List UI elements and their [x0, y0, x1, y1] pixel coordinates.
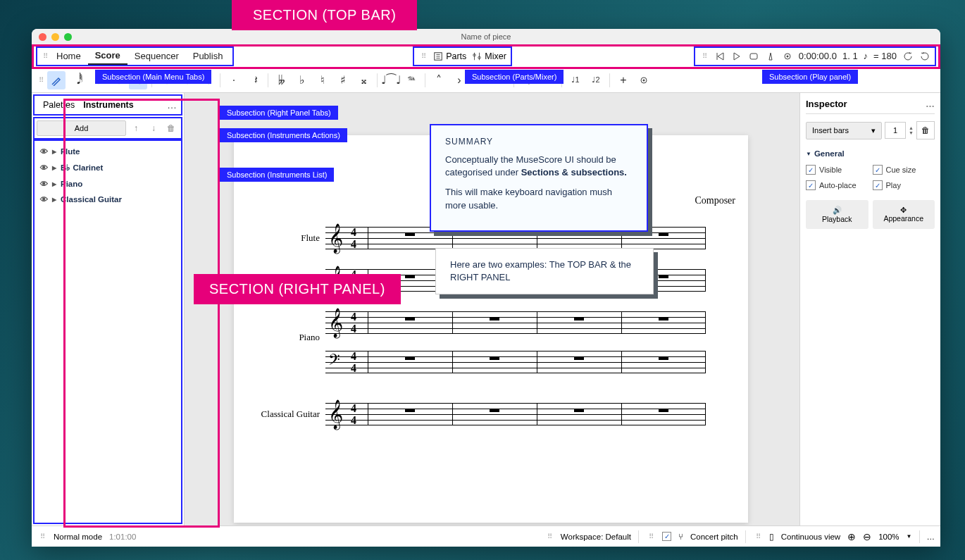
- stepper-up-icon[interactable]: ▲: [909, 125, 914, 130]
- flat-icon[interactable]: ♭: [293, 71, 311, 89]
- dot-icon[interactable]: ·: [225, 71, 243, 89]
- zoom-value[interactable]: 100%: [878, 533, 899, 541]
- delete-bars-icon[interactable]: 🗑: [916, 121, 935, 139]
- move-down-icon[interactable]: ↓: [146, 120, 161, 136]
- svg-point-13: [643, 79, 645, 81]
- tab-score[interactable]: Score: [88, 47, 127, 65]
- metronome-icon[interactable]: [765, 51, 776, 62]
- instruments-list: 👁▶Flute 👁▶B♭ Clarinet 👁▶Piano 👁▶Classica…: [33, 139, 182, 524]
- double-flat-icon[interactable]: 𝄫: [273, 71, 291, 89]
- more-icon[interactable]: …: [927, 533, 935, 541]
- add-button[interactable]: Add: [37, 120, 126, 136]
- tab-publish[interactable]: Publish: [186, 48, 230, 64]
- tab-home[interactable]: Home: [49, 48, 88, 64]
- eye-icon[interactable]: 👁: [40, 147, 48, 156]
- bass-clef-icon: 𝄢: [328, 351, 340, 373]
- play-checkbox[interactable]: ✓Play: [873, 180, 935, 190]
- play-icon[interactable]: [731, 51, 742, 62]
- slur-icon[interactable]: 𝆮: [402, 71, 421, 89]
- stepper-down-icon[interactable]: ▼: [909, 130, 914, 135]
- sub-parts-label: Subsection (Parts/Mixer): [465, 70, 564, 84]
- tab-instruments[interactable]: Instruments: [79, 99, 138, 111]
- double-sharp-icon[interactable]: 𝄪: [354, 71, 373, 89]
- visible-checkbox[interactable]: ✓Visible: [806, 165, 868, 175]
- note-input-icon[interactable]: [47, 71, 66, 89]
- bottom-bar: ⠿ Normal mode 1:01:00 ⠿ Workspace: Defau…: [32, 525, 940, 547]
- eye-icon[interactable]: 👁: [40, 195, 48, 204]
- tie-icon[interactable]: ♩⁀♩: [382, 71, 400, 89]
- drag-handle-icon[interactable]: ⠿: [753, 533, 762, 540]
- tab-sequencer[interactable]: Sequencer: [127, 48, 186, 64]
- drag-handle-icon[interactable]: ⠿: [418, 52, 428, 60]
- drag-handle-icon[interactable]: ⠿: [40, 52, 49, 60]
- top-bar: ⠿ Home Score Sequencer Publish ⠿ Parts M…: [32, 44, 940, 68]
- cue-size-checkbox[interactable]: ✓Cue size: [873, 165, 935, 175]
- settings-icon[interactable]: [782, 51, 793, 62]
- rewind-icon[interactable]: [714, 51, 726, 62]
- more-icon[interactable]: …: [926, 99, 935, 109]
- add-icon[interactable]: +: [614, 71, 633, 89]
- sharp-icon[interactable]: ♯: [334, 71, 352, 89]
- staff-label: Classical Guitar: [261, 409, 320, 420]
- redo-icon[interactable]: [919, 51, 930, 62]
- list-item[interactable]: 👁▶Flute: [35, 144, 181, 159]
- eye-icon[interactable]: 👁: [40, 163, 48, 172]
- expand-icon[interactable]: ▶: [52, 181, 56, 187]
- bar-count-input[interactable]: 1: [885, 122, 906, 139]
- sub-main-label: Subsection (Main Menu Tabs): [95, 70, 211, 84]
- drag-handle-icon[interactable]: ⠿: [699, 52, 709, 60]
- window-title: Name of piece: [461, 32, 511, 41]
- treble-clef-icon: 𝄞: [328, 399, 343, 429]
- zoom-out-icon[interactable]: ⊖: [863, 531, 871, 542]
- list-item[interactable]: 👁▶Piano: [35, 176, 181, 192]
- view-icon: ▯: [769, 532, 774, 542]
- minimize-window-icon[interactable]: [51, 33, 59, 41]
- list-item[interactable]: 👁▶B♭ Clarinet: [35, 159, 181, 176]
- drag-handle-icon[interactable]: ⠿: [36, 76, 45, 84]
- inspector-title: Inspector: [806, 99, 847, 109]
- expand-icon[interactable]: ▶: [52, 197, 56, 203]
- maximize-window-icon[interactable]: [64, 33, 72, 41]
- move-up-icon[interactable]: ↑: [128, 120, 144, 136]
- drag-handle-icon[interactable]: ⠿: [544, 533, 554, 540]
- natural-icon[interactable]: ♮: [313, 71, 332, 89]
- rest-icon[interactable]: 𝄽: [245, 71, 263, 89]
- appearance-button[interactable]: ✥Appearance: [873, 200, 935, 229]
- move-icon: ✥: [876, 206, 933, 214]
- list-item[interactable]: 👁▶Classical Guitar: [35, 192, 181, 207]
- voice-1-icon[interactable]: ♩1: [566, 71, 585, 89]
- concert-pitch-checkbox[interactable]: ✓: [662, 532, 671, 541]
- section-right-panel-label: SECTION (RIGHT PANEL): [194, 274, 401, 304]
- voice-2-icon[interactable]: ♩2: [587, 71, 605, 89]
- expand-icon[interactable]: ▶: [52, 165, 56, 171]
- expand-icon[interactable]: ▶: [52, 149, 56, 155]
- insert-bars-select[interactable]: Insert bars▾: [806, 122, 882, 139]
- sub-list-label: Subsection (Instruments List): [220, 168, 334, 182]
- svg-rect-9: [750, 54, 757, 59]
- drag-handle-icon[interactable]: ⠿: [37, 533, 46, 540]
- delete-icon[interactable]: 🗑: [163, 120, 179, 136]
- inspector-panel: Inspector… Insert bars▾ 1 ▲▼ 🗑 ▼General …: [799, 93, 940, 525]
- playback-button[interactable]: 🔊Playback: [806, 200, 868, 229]
- undo-icon[interactable]: [902, 51, 914, 62]
- auto-place-checkbox[interactable]: ✓Auto-place: [806, 180, 868, 190]
- parts-button[interactable]: Parts: [433, 51, 466, 61]
- note-64th-icon[interactable]: 𝅘𝅥𝅱: [68, 71, 86, 89]
- view-select[interactable]: Continuous view: [781, 533, 840, 541]
- mixer-button[interactable]: Mixer: [472, 51, 506, 61]
- mode-label: Normal mode: [54, 533, 102, 541]
- play-beat: 1. 1: [842, 51, 858, 61]
- speaker-icon: 🔊: [809, 206, 866, 215]
- close-window-icon[interactable]: [39, 33, 46, 41]
- gear-icon[interactable]: [635, 71, 653, 89]
- eye-icon[interactable]: 👁: [40, 180, 48, 188]
- loop-icon[interactable]: [748, 51, 759, 62]
- marcato-icon[interactable]: ˄: [430, 71, 448, 89]
- zoom-in-icon[interactable]: ⊕: [847, 531, 856, 542]
- parts-mixer-group: ⠿ Parts Mixer: [413, 46, 512, 66]
- drag-handle-icon[interactable]: ⠿: [646, 533, 655, 540]
- more-icon[interactable]: …: [167, 99, 177, 111]
- tab-palettes[interactable]: Palettes: [39, 99, 79, 111]
- collapse-icon[interactable]: ▼: [806, 151, 811, 157]
- staff-label: Flute: [301, 232, 320, 244]
